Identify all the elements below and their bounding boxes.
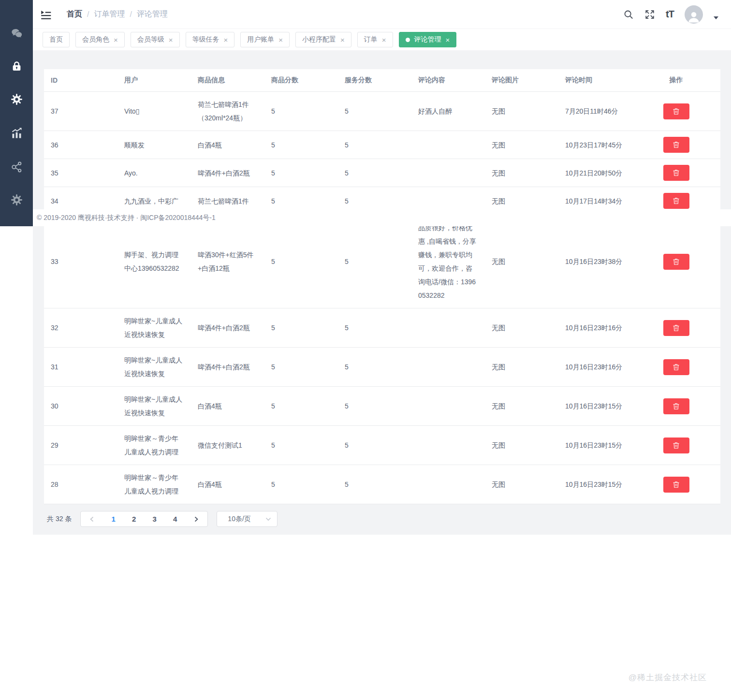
cell-comment — [411, 387, 485, 425]
cell-action — [632, 465, 720, 504]
sidebar-item-permissions[interactable] — [0, 60, 33, 73]
cell-service-score: 5 — [338, 215, 411, 308]
gear-icon — [10, 93, 23, 106]
sidebar-item-share[interactable] — [0, 160, 33, 174]
footer-copyright: © 2019-2020 鹰视科技·技术支持 · 闽ICP备2020018444号… — [33, 209, 731, 226]
breadcrumb-order-management[interactable]: 订单管理 — [94, 9, 125, 19]
tab[interactable]: 订单 × — [357, 32, 393, 47]
cell-id: 29 — [44, 426, 117, 465]
trash-icon — [672, 107, 680, 116]
tab[interactable]: 会员等级 × — [131, 32, 180, 47]
tab-label: 首页 — [49, 35, 63, 44]
close-icon[interactable]: × — [114, 36, 118, 44]
tab[interactable]: 小程序配置 × — [295, 32, 351, 47]
cell-product-score: 5 — [264, 159, 338, 187]
cell-product: 白酒4瓶 — [191, 131, 264, 159]
tab-label: 会员等级 — [137, 35, 164, 44]
page-number[interactable]: 1 — [111, 515, 115, 523]
delete-comment-button[interactable] — [663, 438, 689, 453]
cell-image: 无图 — [485, 159, 558, 187]
tab[interactable]: 等级任务 × — [186, 32, 235, 47]
table-body: 37 Vito▯ 荷兰七箭啤酒1件（320ml*24瓶） 5 5 好酒人自醉 无… — [44, 92, 720, 504]
delete-comment-button[interactable] — [663, 254, 689, 270]
cell-product: 啤酒30件+红酒5件+白酒12瓶 — [191, 215, 264, 308]
search-icon[interactable] — [623, 9, 634, 20]
tab[interactable]: 首页 × — [43, 32, 70, 47]
pager: 1 2 3 4 — [80, 511, 208, 527]
trash-icon — [672, 169, 680, 177]
tab[interactable]: 用户账单 × — [240, 32, 290, 47]
cell-time: 10月16日23时15分 — [558, 387, 632, 425]
tab-label: 等级任务 — [192, 35, 219, 44]
close-icon[interactable]: × — [169, 36, 173, 44]
delete-comment-button[interactable] — [663, 398, 689, 414]
breadcrumb-comment-management: 评论管理 — [137, 9, 168, 19]
cell-action — [632, 387, 720, 425]
cell-user: 明眸世家~儿童成人近视快速恢复 — [117, 348, 191, 386]
cell-time: 10月16日23时16分 — [558, 308, 632, 347]
tab-label: 订单 — [364, 35, 378, 44]
cell-time: 10月16日23时15分 — [558, 426, 632, 465]
delete-comment-button[interactable] — [663, 477, 689, 493]
cell-product-score: 5 — [264, 426, 338, 465]
collapse-menu-icon[interactable] — [40, 8, 52, 21]
settings-gear-icon — [10, 193, 23, 206]
table-row: 35 Ayo. 啤酒4件+白酒2瓶 5 5 无图 10月21日20时50分 — [44, 159, 720, 187]
cell-action — [632, 131, 720, 159]
trash-icon — [672, 481, 680, 489]
delete-comment-button[interactable] — [663, 103, 689, 119]
cell-user: 明眸世家~儿童成人近视快速恢复 — [117, 308, 191, 347]
tab[interactable]: 评论管理 × — [399, 32, 457, 47]
tab[interactable]: 会员角色 × — [75, 32, 125, 47]
total-count-label: 共 32 条 — [47, 515, 72, 524]
sidebar-item-statistics[interactable] — [0, 127, 33, 140]
trash-icon — [672, 441, 680, 450]
table-row: 37 Vito▯ 荷兰七箭啤酒1件（320ml*24瓶） 5 5 好酒人自醉 无… — [44, 92, 720, 131]
avatar[interactable] — [685, 5, 703, 24]
page-number[interactable]: 4 — [173, 515, 177, 523]
close-icon[interactable]: × — [340, 36, 345, 44]
wechat-icon — [10, 27, 23, 40]
font-size-icon[interactable]: tT — [666, 9, 674, 20]
delete-comment-button[interactable] — [663, 137, 689, 153]
caret-down-icon[interactable] — [714, 16, 718, 19]
page-size-value: 10条/页 — [228, 515, 250, 524]
breadcrumb-home[interactable]: 首页 — [67, 9, 82, 19]
comments-table: ID 用户 商品信息 商品分数 服务分数 评论内容 评论图片 评论时间 操作 3… — [44, 69, 720, 504]
prev-page-button[interactable] — [89, 516, 95, 523]
close-icon[interactable]: × — [224, 36, 228, 44]
delete-comment-button[interactable] — [663, 193, 689, 209]
sidebar-item-wechat[interactable] — [0, 27, 33, 40]
sidebar — [0, 0, 33, 226]
trash-icon — [672, 141, 680, 149]
cell-time: 10月23日17时45分 — [558, 131, 632, 159]
fullscreen-icon[interactable] — [644, 9, 655, 20]
trash-icon — [672, 402, 680, 410]
close-icon[interactable]: × — [446, 36, 450, 44]
sidebar-item-config[interactable] — [0, 93, 33, 106]
delete-comment-button[interactable] — [663, 165, 689, 181]
cell-time: 10月21日20时50分 — [558, 159, 632, 187]
cell-product-score: 5 — [264, 465, 338, 504]
close-icon[interactable]: × — [278, 36, 283, 44]
cell-image: 无图 — [485, 215, 558, 308]
cell-service-score: 5 — [338, 348, 411, 386]
delete-comment-button[interactable] — [663, 320, 689, 336]
close-icon[interactable]: × — [382, 36, 386, 44]
table-row: 30 明眸世家~儿童成人近视快速恢复 白酒4瓶 5 5 无图 10月16日23时… — [44, 387, 720, 426]
sidebar-item-settings[interactable] — [0, 193, 33, 206]
chevron-down-icon — [265, 517, 271, 521]
cell-image: 无图 — [485, 387, 558, 425]
next-page-button[interactable] — [193, 516, 199, 523]
page-size-select[interactable]: 10条/页 — [217, 511, 278, 527]
cell-image: 无图 — [485, 348, 558, 386]
cell-image: 无图 — [485, 465, 558, 504]
page-number[interactable]: 3 — [152, 515, 156, 523]
cell-comment: 好酒人自醉 — [411, 92, 485, 131]
delete-comment-button[interactable] — [663, 359, 689, 375]
page-number[interactable]: 2 — [132, 515, 136, 523]
cell-product: 微信支付测试1 — [191, 426, 264, 465]
cell-id: 31 — [44, 348, 117, 386]
table-row: 29 明眸世家～青少年儿童成人视力调理 微信支付测试1 5 5 无图 10月16… — [44, 426, 720, 465]
cell-comment — [411, 159, 485, 187]
